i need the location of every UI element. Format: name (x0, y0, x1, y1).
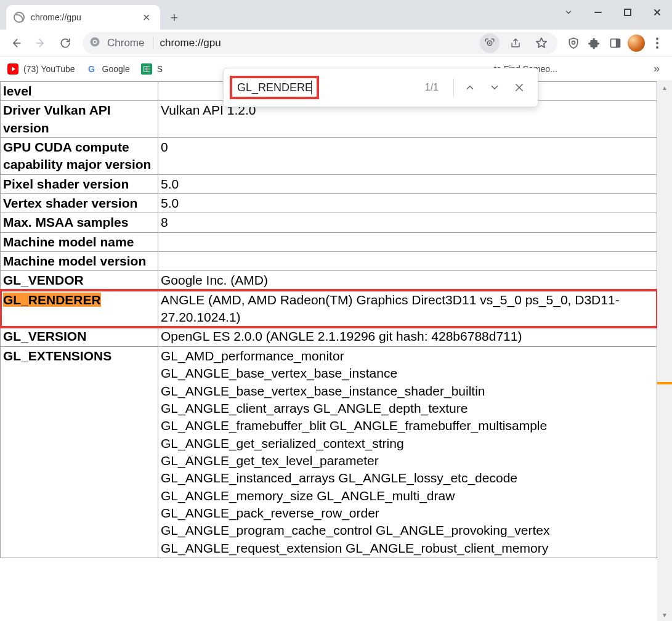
find-match-marker (657, 382, 672, 384)
table-value (158, 252, 657, 271)
find-in-page-bar: 1/1 (223, 68, 538, 107)
tab-search-button[interactable] (554, 0, 583, 25)
find-input-annotation (230, 76, 319, 99)
sheets-icon (141, 63, 152, 75)
extension-area (564, 33, 667, 53)
globe-icon (14, 12, 25, 23)
text-cursor (311, 81, 312, 94)
profile-avatar[interactable] (626, 33, 646, 53)
table-row: Pixel shader version5.0 (1, 174, 657, 193)
table-key: Machine model name (1, 232, 158, 251)
omnibox-chrome-label: Chrome (107, 37, 153, 49)
lens-button[interactable] (480, 33, 500, 53)
svg-point-7 (572, 41, 575, 44)
table-key: GL_VERSION (1, 327, 158, 346)
reload-button[interactable] (54, 32, 76, 54)
table-row: GL_RENDERERANGLE (AMD, AMD Radeon(TM) Gr… (1, 290, 657, 327)
close-tab-button[interactable]: ✕ (140, 10, 153, 25)
table-key: Machine model version (1, 252, 158, 271)
bookmark-youtube[interactable]: (73) YouTube (7, 63, 75, 75)
chrome-icon (89, 36, 101, 51)
table-value: GL_AMD_performance_monitor GL_ANGLE_base… (158, 346, 657, 558)
table-key: level (1, 82, 158, 101)
table-value: OpenGL ES 2.0.0 (ANGLE 2.1.19296 git has… (158, 327, 657, 346)
svg-rect-10 (617, 39, 620, 47)
table-value (158, 232, 657, 251)
find-prev-button[interactable] (458, 75, 482, 100)
find-match-count: 1/1 (425, 82, 450, 93)
window-controls (554, 0, 672, 30)
table-value: 5.0 (158, 174, 657, 193)
omnibox[interactable]: Chrome chrome://gpu (83, 32, 557, 54)
separator (453, 78, 454, 97)
google-icon: G (86, 63, 97, 75)
gpu-info-table: levelDriver Vulkan API versionVulkan API… (0, 81, 657, 558)
page-content: levelDriver Vulkan API versionVulkan API… (0, 81, 657, 621)
table-row: GL_EXTENSIONSGL_AMD_performance_monitor … (1, 346, 657, 558)
forward-button[interactable] (30, 32, 52, 54)
vertical-scrollbar[interactable]: ▲ ▼ (657, 81, 672, 621)
omnibox-url: chrome://gpu (160, 37, 474, 49)
table-row: Machine model version (1, 252, 657, 271)
table-value: 0 (158, 138, 657, 175)
table-key: GL_EXTENSIONS (1, 346, 158, 558)
table-value: ANGLE (AMD, AMD Radeon(TM) Graphics Dire… (158, 290, 657, 327)
bookmark-google[interactable]: G Google (86, 63, 130, 75)
table-row: GL_VENDORGoogle Inc. (AMD) (1, 271, 657, 290)
titlebar: chrome://gpu ✕ + (0, 0, 672, 30)
bookmark-label: Google (102, 64, 130, 74)
scroll-up-icon[interactable]: ▲ (657, 81, 672, 94)
shield-extension-icon[interactable] (564, 33, 583, 53)
table-row: Vertex shader version5.0 (1, 194, 657, 213)
table-row: GPU CUDA compute capability major versio… (1, 138, 657, 175)
share-button[interactable] (506, 33, 525, 53)
table-key: Driver Vulkan API version (1, 101, 158, 138)
side-panel-icon[interactable] (605, 33, 625, 53)
bookmark-label: S (157, 64, 163, 74)
table-key: GPU CUDA compute capability major versio… (1, 138, 158, 175)
toolbar: Chrome chrome://gpu (0, 30, 672, 57)
bookmark-star-button[interactable] (532, 33, 551, 53)
table-key: GL_RENDERER (1, 290, 158, 327)
tab-title: chrome://gpu (31, 12, 134, 22)
table-value: 5.0 (158, 194, 657, 213)
maximize-button[interactable] (613, 0, 642, 25)
table-key: Vertex shader version (1, 194, 158, 213)
find-input[interactable] (237, 81, 311, 94)
table-row: GL_VERSIONOpenGL ES 2.0.0 (ANGLE 2.1.192… (1, 327, 657, 346)
table-key: Pixel shader version (1, 174, 158, 193)
browser-tab[interactable]: chrome://gpu ✕ (6, 5, 160, 30)
svg-point-6 (489, 42, 491, 44)
table-value: Google Inc. (AMD) (158, 271, 657, 290)
bookmarks-overflow-button[interactable]: » (649, 60, 665, 78)
table-value: 8 (158, 213, 657, 232)
minimize-button[interactable] (583, 0, 613, 25)
table-key: GL_VENDOR (1, 271, 158, 290)
find-close-button[interactable] (507, 75, 532, 100)
table-key: Max. MSAA samples (1, 213, 158, 232)
svg-point-4 (94, 40, 96, 43)
svg-rect-1 (625, 9, 631, 15)
find-next-button[interactable] (482, 75, 507, 100)
scroll-down-icon[interactable]: ▼ (657, 609, 672, 621)
bookmark-sheets[interactable]: S (141, 63, 163, 75)
youtube-icon (7, 63, 18, 75)
back-button[interactable] (5, 32, 27, 54)
table-row: Max. MSAA samples8 (1, 213, 657, 232)
chrome-menu-button[interactable] (647, 33, 667, 53)
table-row: Machine model name (1, 232, 657, 251)
close-window-button[interactable] (642, 0, 672, 25)
bookmark-label: (73) YouTube (23, 64, 75, 74)
extensions-puzzle-icon[interactable] (585, 33, 604, 53)
new-tab-button[interactable]: + (164, 7, 185, 28)
